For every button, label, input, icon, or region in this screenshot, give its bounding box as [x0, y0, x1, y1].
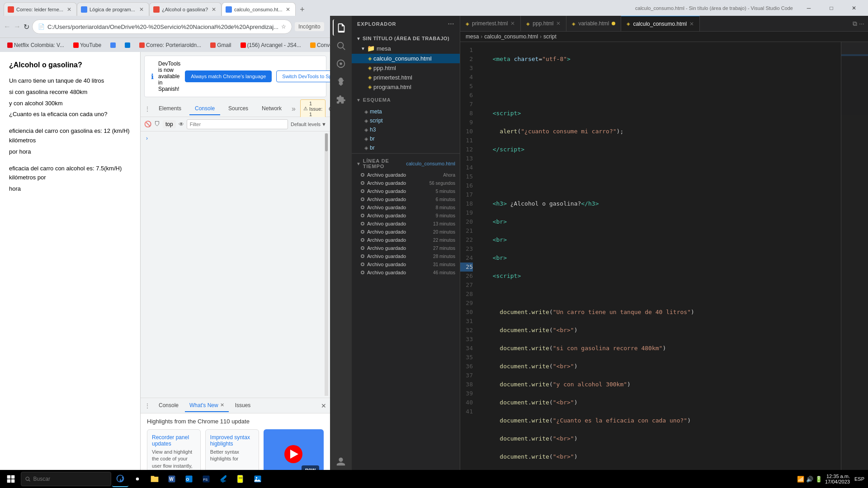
- tab-close-4[interactable]: ✕: [284, 6, 292, 13]
- timeline-row-12[interactable]: Archivo guardado 46 minutos: [352, 268, 460, 277]
- timeline-row-3[interactable]: Archivo guardado 6 minutos: [352, 195, 460, 203]
- default-levels-dropdown[interactable]: Default levels ▼: [291, 122, 326, 127]
- devtools-menu-icon[interactable]: ⋮: [144, 105, 151, 113]
- schema-script[interactable]: ◈ script: [352, 116, 460, 125]
- bookmark-star-icon[interactable]: ☆: [281, 23, 286, 30]
- activity-debug-icon[interactable]: [333, 74, 349, 90]
- bookmark-arcangel[interactable]: (156) Arcangel - JS4...: [237, 41, 305, 50]
- activity-extensions-icon[interactable]: [333, 92, 349, 108]
- timeline-row-1[interactable]: Archivo guardado 56 segundos: [352, 179, 460, 187]
- activity-git-icon[interactable]: [333, 56, 349, 72]
- reload-button[interactable]: ↻: [24, 20, 29, 33]
- browser-tab-4[interactable]: calculo_consumo.ht... ✕: [222, 2, 296, 16]
- timeline-row-11[interactable]: Archivo guardado 31 minutos: [352, 260, 460, 268]
- console-chevron[interactable]: ›: [142, 133, 325, 143]
- taskbar-chrome-icon[interactable]: [129, 471, 146, 487]
- console-filter-icon[interactable]: ⛉: [154, 121, 160, 127]
- battery-icon[interactable]: 🔋: [815, 476, 822, 483]
- browser-tab-3[interactable]: ¿Alcohol o gasolina? ✕: [149, 2, 222, 16]
- timeline-row-6[interactable]: Archivo guardado 13 minutos: [352, 220, 460, 228]
- taskbar-outlook-icon[interactable]: O: [181, 471, 197, 487]
- activity-search-icon[interactable]: [333, 38, 349, 54]
- file-primertest[interactable]: ◈ primertest.html: [352, 73, 460, 82]
- taskbar-search[interactable]: [21, 472, 111, 486]
- new-tab-button[interactable]: +: [296, 3, 308, 16]
- activity-account-icon[interactable]: [333, 454, 349, 470]
- bottom-tab-issues[interactable]: Issues: [231, 399, 255, 412]
- always-match-language-button[interactable]: Always match Chrome's language: [185, 70, 272, 82]
- bookmark-3[interactable]: [107, 41, 119, 49]
- whats-new-card-1-title[interactable]: Recorder panel updates: [152, 434, 196, 447]
- folder-mesa[interactable]: ▼ 📁 mesa: [352, 43, 460, 54]
- minimize-button[interactable]: ─: [798, 1, 819, 15]
- activity-explorer-icon[interactable]: [333, 19, 349, 36]
- devtools-tab-console[interactable]: Console: [189, 103, 220, 115]
- keyboard-language[interactable]: ESP: [853, 476, 866, 482]
- editor-tab-primertest[interactable]: ◈ primertest.html ✕: [460, 16, 521, 32]
- editor-tab-calculo-consumo[interactable]: ◈ calculo_consumo.html ✕: [621, 16, 700, 32]
- editor-tab-ppp[interactable]: ◈ ppp.html ✕: [521, 16, 566, 32]
- split-editor-icon[interactable]: ⧉: [853, 20, 857, 28]
- console-filter-input[interactable]: [187, 119, 288, 129]
- devtools-tab-elements[interactable]: Elements: [153, 103, 187, 115]
- more-actions-icon[interactable]: ···: [859, 20, 864, 27]
- editor-tab-close-1[interactable]: ✕: [510, 20, 515, 27]
- console-scroll-bar[interactable]: [325, 133, 328, 396]
- bookmark-gmail[interactable]: Gmail: [207, 41, 235, 50]
- context-selector[interactable]: top: [163, 120, 176, 128]
- bookmark-youtube[interactable]: YouTube: [70, 41, 105, 50]
- timeline-row-8[interactable]: Archivo guardado 22 minutos: [352, 236, 460, 244]
- bottom-tab-console[interactable]: Console: [154, 399, 183, 412]
- bottom-panel-menu-icon[interactable]: ⋮: [144, 402, 151, 409]
- schema-header[interactable]: ▼ ESQUEMA: [356, 97, 455, 103]
- issues-badge[interactable]: ⚠ 1 Issue: 1: [300, 99, 326, 118]
- back-button[interactable]: ←: [4, 20, 11, 33]
- bookmark-4[interactable]: [121, 41, 134, 49]
- timeline-row-9[interactable]: Archivo guardado 27 minutos: [352, 244, 460, 252]
- devtools-more-tabs-icon[interactable]: »: [290, 105, 297, 113]
- taskbar-notepad-icon[interactable]: [232, 471, 249, 487]
- browser-tab-1[interactable]: Correo: leider ferne... ✕: [4, 2, 77, 16]
- file-calculo-consumo[interactable]: ◈ calculo_consumo.html: [352, 54, 460, 63]
- bookmark-netflix[interactable]: Netflix Colombia: V...: [4, 41, 68, 50]
- forward-button[interactable]: →: [14, 20, 21, 33]
- tab-close-3[interactable]: ✕: [210, 6, 217, 13]
- clear-console-icon[interactable]: 🚫: [144, 121, 151, 127]
- timeline-row-10[interactable]: Archivo guardado 28 minutos: [352, 252, 460, 260]
- devtools-tab-network[interactable]: Network: [256, 103, 287, 115]
- timeline-row-4[interactable]: Archivo guardado 8 minutos: [352, 203, 460, 211]
- start-button[interactable]: [2, 472, 20, 486]
- schema-br-1[interactable]: ◈ br: [352, 134, 460, 143]
- timeline-panel-header[interactable]: ▼ LÍNEA DE TIEMPO calculo_consumo.html: [352, 156, 460, 171]
- bottom-panel-close-button[interactable]: ✕: [321, 402, 326, 409]
- url-bar[interactable]: 📄 C:/Users/porteriaroldan/OneDrive%20-%2…: [32, 19, 292, 34]
- schema-h3[interactable]: ◈ h3: [352, 125, 460, 134]
- file-ppp[interactable]: ◈ ppp.html: [352, 63, 460, 73]
- schema-br-2[interactable]: ◈ br: [352, 143, 460, 152]
- taskbar-search-input[interactable]: [33, 476, 107, 482]
- browser-tab-2[interactable]: Lógica de program... ✕: [77, 2, 149, 16]
- timeline-row-5[interactable]: Archivo guardado 9 minutos: [352, 211, 460, 220]
- close-button[interactable]: ✕: [844, 1, 864, 15]
- taskbar-word-icon[interactable]: W: [164, 471, 180, 487]
- bookmark-correo[interactable]: Correo: Porteriaroldn...: [136, 41, 205, 50]
- maximize-button[interactable]: □: [821, 1, 842, 15]
- timeline-row-0[interactable]: Archivo guardado Ahora: [352, 171, 460, 179]
- workspace-folder[interactable]: ▼ SIN TÍTULO (ÁREA DE TRABAJO): [352, 34, 460, 43]
- editor-tab-close-2[interactable]: ✕: [556, 20, 561, 27]
- timeline-row-2[interactable]: Archivo guardado 5 minutos: [352, 187, 460, 195]
- editor-tab-close-4[interactable]: ✕: [689, 21, 694, 27]
- devtools-tab-sources[interactable]: Sources: [223, 103, 254, 115]
- taskbar-powershell-icon[interactable]: PS: [198, 471, 214, 487]
- tab-close-2[interactable]: ✕: [138, 6, 145, 13]
- code-editor[interactable]: <meta charset="utf-8"> <script> alert("¿…: [478, 42, 841, 478]
- editor-tab-variable[interactable]: ◈ variable.html: [566, 16, 621, 32]
- whats-new-tab-close[interactable]: ✕: [220, 402, 224, 408]
- schema-meta[interactable]: ◈ meta: [352, 107, 460, 116]
- whats-new-card-2-title[interactable]: Improved syntax higblights: [210, 434, 254, 447]
- timeline-row-7[interactable]: Archivo guardado 20 minutos: [352, 228, 460, 236]
- play-button[interactable]: [284, 445, 302, 463]
- file-programa[interactable]: ◈ programa.html: [352, 82, 460, 92]
- wifi-icon[interactable]: 📶: [797, 476, 804, 483]
- taskbar-explorer-icon[interactable]: [146, 471, 163, 487]
